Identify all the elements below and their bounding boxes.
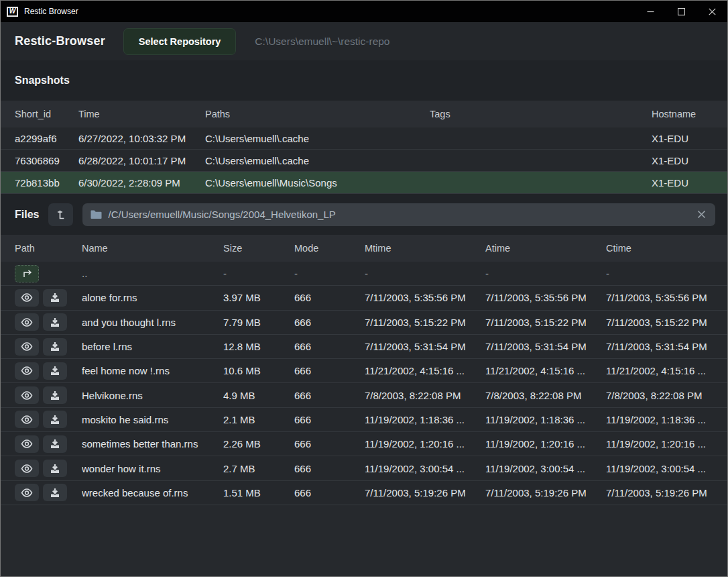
app-header: Restic-Browser Select Repository C:\User… bbox=[1, 22, 727, 60]
file-name: alone for.rns bbox=[82, 292, 223, 303]
files-table-header: Path Name Size Mode Mtime Atime Ctime bbox=[1, 235, 727, 262]
file-row[interactable]: alone for.rns 3.97 MB 666 7/11/2003, 5:3… bbox=[1, 286, 727, 310]
file-ctime: 7/11/2003, 5:35:56 PM bbox=[606, 292, 713, 303]
restore-file-button[interactable] bbox=[43, 460, 67, 477]
preview-file-button[interactable] bbox=[15, 411, 39, 428]
snapshots-title: Snapshots bbox=[15, 74, 70, 87]
file-atime: 11/19/2002, 3:00:54 ... bbox=[485, 463, 606, 474]
file-row[interactable]: moskito he said.rns 2.1 MB 666 11/19/200… bbox=[1, 408, 727, 432]
file-atime: 7/11/2003, 5:15:22 PM bbox=[485, 317, 606, 328]
eye-icon bbox=[21, 342, 33, 351]
maximize-button[interactable] bbox=[666, 1, 696, 22]
tree-toggle-button[interactable] bbox=[48, 203, 73, 226]
file-size: 3.97 MB bbox=[223, 292, 294, 303]
restore-file-button[interactable] bbox=[43, 435, 67, 453]
file-size: 7.79 MB bbox=[223, 317, 294, 328]
app-title: Restic-Browser bbox=[15, 34, 105, 48]
file-name: moskito he said.rns bbox=[82, 414, 223, 425]
folder-icon bbox=[90, 210, 102, 219]
clear-path-button[interactable] bbox=[696, 209, 707, 220]
restore-file-button[interactable] bbox=[43, 411, 67, 428]
file-row[interactable]: wrecked because of.rns 1.51 MB 666 7/11/… bbox=[1, 481, 727, 505]
preview-file-button[interactable] bbox=[15, 460, 39, 477]
file-name: wonder how it.rns bbox=[82, 463, 223, 474]
go-parent-dir-button[interactable] bbox=[15, 265, 39, 282]
restore-file-button[interactable] bbox=[43, 362, 67, 380]
eye-icon bbox=[21, 488, 33, 497]
snapshot-row[interactable]: 76306869 6/28/2022, 10:01:17 PM C:\Users… bbox=[1, 150, 727, 172]
up-right-arrow-icon bbox=[21, 269, 33, 278]
column-size: Size bbox=[223, 243, 294, 254]
preview-file-button[interactable] bbox=[15, 386, 39, 404]
file-name: sometimes better than.rns bbox=[82, 438, 223, 450]
tree-level-icon bbox=[55, 209, 67, 221]
file-row[interactable]: .. - - - - - bbox=[1, 262, 727, 286]
restore-file-button[interactable] bbox=[43, 386, 67, 404]
file-mode: 666 bbox=[294, 317, 365, 328]
files-toolbar: Files bbox=[1, 194, 727, 235]
column-atime: Atime bbox=[485, 243, 606, 254]
snapshots-section-header: Snapshots bbox=[1, 60, 727, 101]
eye-icon bbox=[21, 391, 33, 400]
file-mode: 666 bbox=[294, 341, 365, 352]
maximize-icon bbox=[678, 8, 685, 15]
restore-file-button[interactable] bbox=[43, 484, 67, 501]
preview-file-button[interactable] bbox=[15, 338, 39, 356]
restore-file-button[interactable] bbox=[43, 289, 67, 307]
minimize-button[interactable] bbox=[635, 1, 666, 22]
file-mode: 666 bbox=[294, 414, 365, 425]
file-mtime: 7/11/2003, 5:19:26 PM bbox=[365, 487, 485, 499]
file-mode: 666 bbox=[294, 292, 365, 303]
restore-file-button[interactable] bbox=[43, 338, 67, 356]
snapshot-paths: C:\Users\emuell\.cache bbox=[205, 155, 430, 166]
preview-file-button[interactable] bbox=[15, 484, 39, 501]
snapshot-hostname: X1-EDU bbox=[652, 177, 713, 189]
eye-icon bbox=[21, 439, 33, 448]
file-ctime: 7/11/2003, 5:31:54 PM bbox=[606, 341, 713, 352]
file-row[interactable]: before l.rns 12.8 MB 666 7/11/2003, 5:31… bbox=[1, 335, 727, 359]
file-actions bbox=[15, 338, 82, 356]
snapshot-time: 6/30/2022, 2:28:09 PM bbox=[78, 177, 205, 189]
preview-file-button[interactable] bbox=[15, 289, 39, 307]
snapshot-short-id: a2299af6 bbox=[15, 133, 78, 144]
file-mtime: 7/11/2003, 5:31:54 PM bbox=[365, 341, 485, 352]
restore-file-button[interactable] bbox=[43, 313, 67, 331]
eye-icon bbox=[21, 464, 33, 473]
preview-file-button[interactable] bbox=[15, 313, 39, 331]
app-window: W Restic Browser Restic-Browser Select R… bbox=[0, 0, 728, 577]
column-short-id: Short_id bbox=[15, 109, 78, 119]
file-row[interactable]: Helvikone.rns 4.9 MB 666 7/8/2003, 8:22:… bbox=[1, 383, 727, 407]
file-row[interactable]: and you thought l.rns 7.79 MB 666 7/11/2… bbox=[1, 311, 727, 335]
column-time: Time bbox=[78, 109, 205, 119]
file-ctime: 11/21/2002, 4:15:16 ... bbox=[606, 365, 713, 376]
file-mtime: - bbox=[365, 268, 485, 279]
select-repository-button[interactable]: Select Repository bbox=[123, 28, 237, 55]
file-ctime: 7/11/2003, 5:19:26 PM bbox=[606, 487, 713, 499]
download-icon bbox=[50, 439, 60, 449]
file-actions bbox=[15, 386, 82, 404]
file-row[interactable]: feel home now !.rns 10.6 MB 666 11/21/20… bbox=[1, 359, 727, 383]
close-button[interactable] bbox=[696, 1, 727, 22]
snapshots-table-header: Short_id Time Paths Tags Hostname bbox=[1, 101, 727, 127]
snapshots-table-body: a2299af6 6/27/2022, 10:03:32 PM C:\Users… bbox=[1, 127, 727, 194]
column-ctime: Ctime bbox=[606, 243, 713, 254]
file-mode: - bbox=[294, 268, 365, 279]
file-row[interactable]: wonder how it.rns 2.7 MB 666 11/19/2002,… bbox=[1, 456, 727, 480]
file-actions bbox=[15, 435, 82, 453]
column-tags: Tags bbox=[430, 109, 652, 119]
download-icon bbox=[50, 464, 60, 474]
file-name: Helvikone.rns bbox=[82, 390, 223, 401]
file-atime: - bbox=[485, 268, 606, 279]
preview-file-button[interactable] bbox=[15, 362, 39, 380]
snapshot-row[interactable]: a2299af6 6/27/2022, 10:03:32 PM C:\Users… bbox=[1, 127, 727, 150]
snapshot-hostname: X1-EDU bbox=[652, 155, 713, 166]
close-icon bbox=[709, 8, 716, 15]
preview-file-button[interactable] bbox=[15, 435, 39, 453]
file-name: feel home now !.rns bbox=[82, 365, 223, 376]
current-path-field[interactable] bbox=[82, 203, 715, 226]
file-row[interactable]: sometimes better than.rns 2.26 MB 666 11… bbox=[1, 432, 727, 456]
snapshot-row[interactable]: 72b813bb 6/30/2022, 2:28:09 PM C:\Users\… bbox=[1, 172, 727, 194]
path-input[interactable] bbox=[108, 209, 690, 220]
file-atime: 11/21/2002, 4:15:16 ... bbox=[485, 365, 606, 376]
file-mode: 666 bbox=[294, 365, 365, 376]
